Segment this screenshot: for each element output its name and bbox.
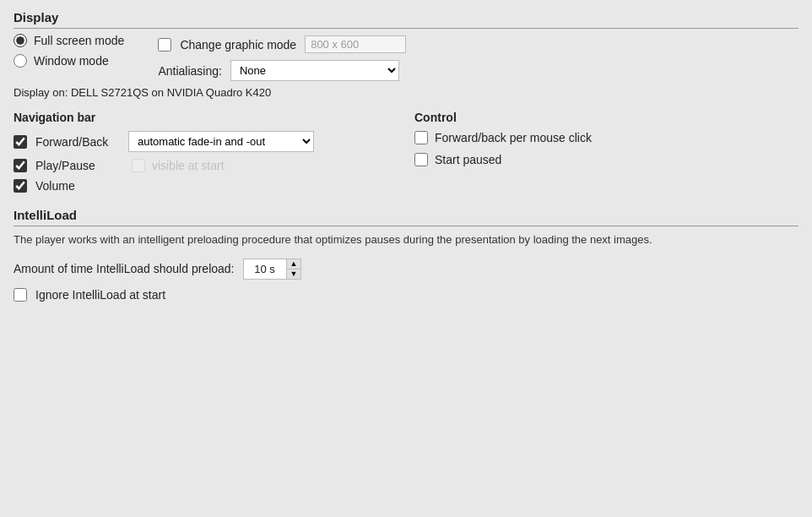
intelliload-section: IntelliLoad The player works with an int… <box>14 208 798 302</box>
forward-back-mouse-row: Forward/back per mouse click <box>414 131 798 144</box>
nav-control-section: Navigation bar Forward/Back automatic fa… <box>14 111 798 199</box>
change-graphic-label: Change graphic mode <box>180 38 296 52</box>
fullscreen-option[interactable]: Full screen mode <box>14 34 124 47</box>
forward-back-label: Forward/Back <box>35 135 120 149</box>
forward-back-dropdown[interactable]: automatic fade-in and -out always visibl… <box>128 131 314 152</box>
navigation-bar-section: Navigation bar Forward/Back automatic fa… <box>14 111 398 199</box>
display-info: Display on: DELL S2721QS on NVIDIA Quadr… <box>14 86 798 99</box>
intelliload-description: The player works with an intelligent pre… <box>14 231 689 248</box>
volume-label: Volume <box>35 179 75 193</box>
fullscreen-label: Full screen mode <box>34 34 124 47</box>
ignore-intelliload-row: Ignore IntelliLoad at start <box>14 288 798 302</box>
window-mode-option[interactable]: Window mode <box>14 54 124 68</box>
control-title: Control <box>414 111 798 124</box>
window-mode-label: Window mode <box>34 54 109 68</box>
volume-row: Volume <box>14 179 398 193</box>
antialiasing-select[interactable]: None 2x 4x 8x <box>230 60 399 81</box>
start-paused-label: Start paused <box>435 153 501 166</box>
spinner-down-button[interactable]: ▼ <box>287 269 301 279</box>
fullscreen-radio[interactable] <box>14 34 27 47</box>
antialiasing-label: Antialiasing: <box>158 64 222 78</box>
change-graphic-checkbox[interactable] <box>158 38 171 52</box>
preload-spinner[interactable]: 10 s ▲ ▼ <box>243 258 302 280</box>
display-title: Display <box>14 10 798 29</box>
graphic-mode-input[interactable] <box>305 35 406 53</box>
forward-back-row: Forward/Back automatic fade-in and -out … <box>14 131 398 152</box>
navigation-bar-title: Navigation bar <box>14 111 398 124</box>
visible-at-start-checkbox[interactable] <box>132 159 145 172</box>
preload-row: Amount of time IntelliLoad should preloa… <box>14 258 798 280</box>
ignore-intelliload-label: Ignore IntelliLoad at start <box>35 288 165 302</box>
antialiasing-row: Antialiasing: None 2x 4x 8x <box>158 60 406 81</box>
visible-at-start-label: visible at start <box>152 159 225 172</box>
change-graphic-row: Change graphic mode <box>158 35 406 53</box>
play-pause-checkbox[interactable] <box>14 159 27 172</box>
intelliload-title: IntelliLoad <box>14 208 798 226</box>
play-pause-row: Play/Pause visible at start <box>14 159 398 172</box>
control-section: Control Forward/back per mouse click Sta… <box>398 111 798 199</box>
spinner-buttons: ▲ ▼ <box>286 259 301 279</box>
display-section: Display Full screen mode Window mode Cha… <box>14 10 798 99</box>
window-radio[interactable] <box>14 54 27 68</box>
forward-back-mouse-checkbox[interactable] <box>414 131 428 144</box>
play-pause-label: Play/Pause <box>35 159 120 172</box>
forward-back-checkbox[interactable] <box>14 135 27 149</box>
preload-value: 10 s <box>244 261 286 277</box>
start-paused-row: Start paused <box>414 153 798 166</box>
start-paused-checkbox[interactable] <box>414 153 428 166</box>
preload-label: Amount of time IntelliLoad should preloa… <box>14 262 235 275</box>
spinner-up-button[interactable]: ▲ <box>287 259 301 269</box>
forward-back-mouse-label: Forward/back per mouse click <box>435 131 592 144</box>
ignore-intelliload-checkbox[interactable] <box>14 288 27 302</box>
volume-checkbox[interactable] <box>14 179 27 193</box>
